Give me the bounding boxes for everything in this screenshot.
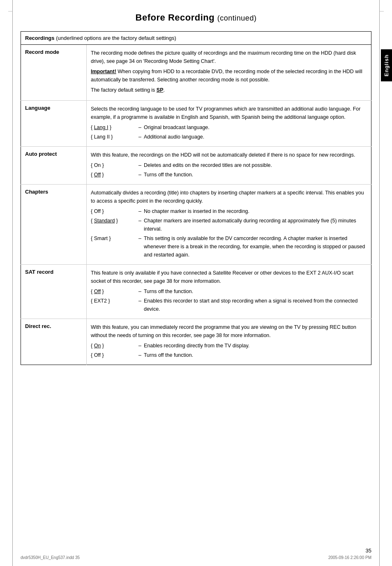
row-label-sat-record: SAT record [21,265,87,319]
option-label-ext2: { EXT2 } [91,297,136,305]
option-label-off3: { Off } [91,287,136,296]
auto-protect-p1: With this feature, the recordings on the… [91,151,367,159]
option-dash: – [138,342,141,350]
table-row: Direct rec. With this feature, you can i… [21,319,371,365]
option-label-smart: { Smart } [91,234,136,243]
option-row: { Off } – Turns off the function. [91,351,367,359]
option-label-standard: { Standard } [91,217,136,225]
option-dash: – [138,207,141,215]
option-dash: – [138,297,141,305]
sp-label: SP [157,87,164,93]
english-tab: English [381,49,392,81]
important-label: Important! [91,69,116,74]
row-label-record-mode: Record mode [21,45,87,101]
margin-mark-top-left: — [8,8,13,13]
option-desc-on: Deletes and edits on the recorded titles… [144,161,367,169]
language-options: { Lang I } – Original broadcast language… [91,123,367,141]
option-desc-on2: Enables recording directly from the TV d… [144,342,367,350]
file-info-left: dvdr5350H_EU_Eng537.indd 35 [21,555,80,560]
table-header-row: Recordings (underlined options are the f… [21,32,371,45]
option-label-off: { Off } [91,171,136,179]
option-row: { Lang II } – Additional audio language. [91,133,367,141]
option-label-on2: { On } [91,342,136,350]
margin-mark-top-right: — [379,8,384,13]
row-label-language: Language [21,101,87,147]
option-row: { Off } – Turns off the function. [91,287,367,296]
record-mode-p2: Important! When copying from HDD to a re… [91,67,367,84]
option-label-off2: { Off } [91,207,136,215]
table-row: Language Selects the recording language … [21,101,371,147]
margin-line-left [12,0,13,566]
page-title-main: Before Recording [136,12,215,23]
file-info-right: 2005-09-16 2:26:00 PM [328,555,371,560]
table-row: Record mode The recording mode defines t… [21,45,371,101]
sat-record-options: { Off } – Turns off the function. { EXT2… [91,287,367,313]
row-label-auto-protect: Auto protect [21,147,87,185]
record-mode-p3: The factory default setting is SP. [91,86,367,94]
option-desc-off: Turns off the function. [144,171,367,179]
option-dash: – [138,171,141,179]
option-dash: – [138,161,141,169]
option-desc-lang2: Additional audio language. [144,133,367,141]
row-content-sat-record: This feature is only available if you ha… [87,265,371,319]
margin-line-right [379,0,380,566]
option-desc-lang1: Original broadcast language. [144,123,367,132]
option-row: { Off } – No chapter marker is inserted … [91,207,367,215]
table-row: SAT record This feature is only availabl… [21,265,371,319]
header-bold: Recordings [25,35,55,41]
row-content-chapters: Automatically divides a recording (title… [87,185,371,265]
option-row: { Off } – Turns off the function. [91,171,367,179]
header-text: (underlined options are the factory defa… [56,35,176,41]
row-content-auto-protect: With this feature, the recordings on the… [87,147,371,185]
option-row: { EXT2 } – Enables this recorder to star… [91,297,367,313]
option-desc-smart: This setting is only available for the D… [144,234,367,259]
table-header-cell: Recordings (underlined options are the f… [21,32,371,45]
option-row: { Lang I } – Original broadcast language… [91,123,367,132]
sat-record-p1: This feature is only available if you ha… [91,269,367,285]
option-row: { On } – Deletes and edits on the record… [91,161,367,169]
option-desc-off4: Turns off the function. [144,351,367,359]
option-desc-off3: Turns off the function. [144,287,367,296]
option-desc-ext2: Enables this recorder to start and stop … [144,297,367,313]
option-row: { On } – Enables recording directly from… [91,342,367,350]
option-dash: – [138,287,141,296]
option-dash: – [138,351,141,359]
option-dash: – [138,217,141,225]
option-label-lang1: { Lang I } [91,123,136,132]
chapters-options: { Off } – No chapter marker is inserted … [91,207,367,259]
row-label-direct-rec: Direct rec. [21,319,87,365]
auto-protect-options: { On } – Deletes and edits on the record… [91,161,367,179]
page-number: 35 [366,548,371,554]
option-row: { Smart } – This setting is only availab… [91,234,367,259]
option-dash: – [138,123,141,132]
chapters-p1: Automatically divides a recording (title… [91,189,367,205]
direct-rec-p1: With this feature, you can immediately r… [91,323,367,340]
option-dash: – [138,234,141,243]
option-desc-off2: No chapter marker is inserted in the rec… [144,207,367,215]
option-label-on: { On } [91,161,136,169]
record-mode-p1: The recording mode defines the picture q… [91,49,367,65]
page-title-continued: (continued) [217,14,257,22]
language-p1: Selects the recording language to be use… [91,105,367,121]
table-row: Chapters Automatically divides a recordi… [21,185,371,265]
table-row: Auto protect With this feature, the reco… [21,147,371,185]
option-label-lang2: { Lang II } [91,133,136,141]
page-title: Before Recording (continued) [21,12,371,23]
row-content-language: Selects the recording language to be use… [87,101,371,147]
main-table: Recordings (underlined options are the f… [21,31,371,365]
option-row: { Standard } – Chapter markers are inser… [91,217,367,233]
page-container: — — English Before Recording (continued)… [0,0,392,566]
option-desc-standard: Chapter markers are inserted automatical… [144,217,367,233]
option-dash: – [138,133,141,141]
row-content-direct-rec: With this feature, you can immediately r… [87,319,371,365]
direct-rec-options: { On } – Enables recording directly from… [91,342,367,359]
option-label-off4: { Off } [91,351,136,359]
row-label-chapters: Chapters [21,185,87,265]
row-content-record-mode: The recording mode defines the picture q… [87,45,371,101]
